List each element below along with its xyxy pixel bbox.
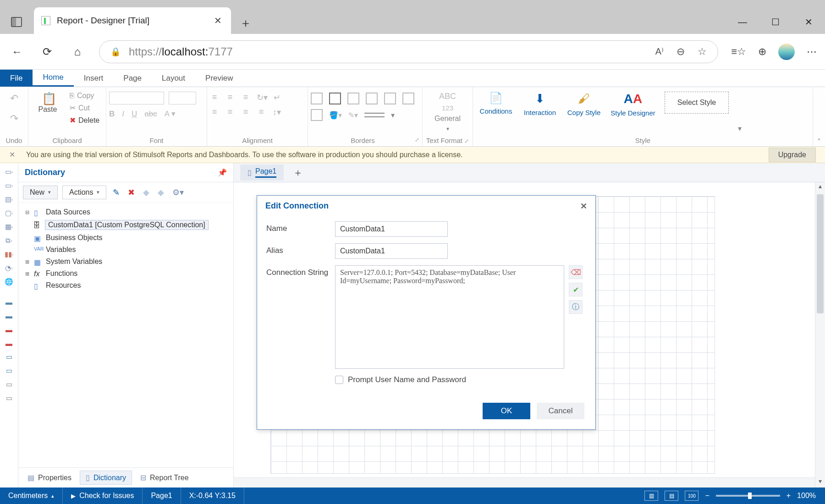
font-color-icon[interactable]: A ▾ [165,109,176,119]
address-bar[interactable]: 🔒 https://localhost:7177 A⁾ ⊖ ☆ [99,40,718,63]
tab-preview[interactable]: Preview [195,70,243,87]
style-more-icon[interactable]: ▾ [735,121,744,136]
align-bot-icon[interactable]: ≡ [241,93,250,102]
scroll-down-icon[interactable]: ▾ [815,477,825,488]
name-input[interactable] [335,221,448,237]
read-aloud-icon[interactable]: A⁾ [655,46,664,58]
border-all-icon[interactable] [311,93,323,104]
remove-icon[interactable]: ✖ [126,187,137,197]
rail-gauge-icon[interactable]: ◔› [2,262,16,274]
new-tab-button[interactable]: ＋ [235,12,257,34]
align-mid-icon[interactable]: ≡ [226,93,235,102]
horizontal-scrollbar[interactable] [234,477,815,488]
tree-customdata[interactable]: 🗄CustomData1 [Custom PostgreSQL Connecti… [23,218,229,232]
rail-band3-icon[interactable]: ▬ [2,323,16,335]
border-color-icon[interactable]: ✎▾ [348,111,358,120]
tab-insert[interactable]: Insert [74,70,114,87]
rail-chart-icon[interactable]: ▮▮› [2,248,16,260]
underline-icon[interactable]: U [132,110,137,119]
font-family-select[interactable] [109,92,164,104]
connection-string-input[interactable]: Server=127.0.0.1; Port=5432; Database=my… [335,265,564,369]
italic-icon[interactable]: I [122,110,124,119]
angle-icon[interactable]: ↻▾ [257,93,266,102]
up-icon[interactable]: ◆ [141,187,151,197]
interaction-button[interactable]: ⬇Interaction [520,89,560,116]
tab-home[interactable]: Home [33,70,73,87]
new-dropdown[interactable]: New▾ [23,186,58,199]
close-tab-icon[interactable]: ✕ [214,15,222,26]
browser-tab-active[interactable]: ▌ Report - Designer [Trial] ✕ [34,7,231,34]
scroll-up-icon[interactable]: ▴ [815,182,825,192]
tab-file[interactable]: File [0,70,33,87]
font-size-select[interactable] [169,92,196,104]
tree-sys-variables[interactable]: ⊞▦System Variables [23,256,229,268]
tree-data-sources[interactable]: ⊟▯Data Sources [23,206,229,218]
tree-business-objects[interactable]: ▣Business Objects [23,232,229,244]
alias-input[interactable] [335,243,448,259]
delete-button[interactable]: ✖Delete [67,115,102,126]
panel-tab-report-tree[interactable]: ⊟Report Tree [135,471,194,484]
view-mode1-icon[interactable]: ▥ [644,491,658,501]
line-spacing-icon[interactable]: ↕▾ [272,107,281,116]
tree-variables[interactable]: VARVariables [23,244,229,256]
add-page-button[interactable]: ＋ [288,166,308,180]
panel-tab-dictionary[interactable]: ▯Dictionary [80,471,132,485]
rail-band2-icon[interactable]: ▬ [2,310,16,322]
rail-image-icon[interactable]: ▭› [2,180,16,192]
tab-layout[interactable]: Layout [152,70,195,87]
border-none-icon[interactable] [311,109,323,121]
rail-barcode-icon[interactable]: ▤› [2,193,16,205]
copy-button[interactable]: ⎘Copy [67,91,102,101]
page-tab-1[interactable]: ▯Page1 [240,164,284,181]
scroll-thumb[interactable] [817,194,824,313]
align-left-icon[interactable]: ≡ [210,107,219,116]
border-top-icon[interactable] [366,93,378,104]
style-designer-button[interactable]: AAStyle Designer [608,89,658,117]
pin-icon[interactable]: 📌 [218,168,227,177]
align-right-icon[interactable]: ≡ [241,107,250,116]
status-page[interactable]: Page1 [143,488,181,504]
favorites-list-icon[interactable]: ≡☆ [731,46,746,58]
wrap-icon[interactable]: ↵ [272,93,281,102]
tree-resources[interactable]: ▯Resources [23,279,229,291]
border-style-icon[interactable] [364,113,385,117]
tab-page[interactable]: Page [113,70,152,87]
actions-dropdown[interactable]: Actions▾ [62,186,106,199]
rail-band4-icon[interactable]: ▬ [2,337,16,349]
window-close-icon[interactable]: ✕ [792,10,825,34]
collapse-ribbon-icon[interactable]: ˄ [813,87,825,146]
rail-band1-icon[interactable]: ▬ [2,296,16,308]
border-bottom-icon[interactable] [402,93,414,104]
settings-icon[interactable]: ⚙▾ [170,187,186,197]
copy-style-button[interactable]: 🖌Copy Style [564,89,604,116]
align-center-icon[interactable]: ≡ [226,107,235,116]
bold-icon[interactable]: B [109,110,115,119]
rail-band5-icon[interactable]: ▭ [2,351,16,363]
prompt-checkbox[interactable] [335,376,343,384]
vertical-scrollbar[interactable]: ▴ ▾ [815,182,825,488]
refresh-button[interactable]: ⟳ [38,45,56,58]
zoom-slider[interactable] [716,495,780,497]
profile-avatar[interactable] [778,44,795,60]
units-selector[interactable]: Centimeters▴ [0,488,63,504]
rail-panel-icon[interactable]: ▦› [2,221,16,233]
fill-icon[interactable]: 🪣▾ [329,111,342,120]
rail-text-icon[interactable]: ▭› [2,166,16,178]
info-connection-icon[interactable]: ⓘ [569,300,583,314]
text-format-general[interactable]: General [434,115,461,123]
rail-band7-icon[interactable]: ▭ [2,378,16,390]
more-icon[interactable]: ⋯ [807,46,817,58]
view-mode2-icon[interactable]: ▤ [665,491,678,501]
favorite-icon[interactable]: ☆ [698,46,707,58]
upgrade-button[interactable]: Upgrade [769,148,816,162]
strike-icon[interactable]: abc [144,110,157,119]
tree-functions[interactable]: ⊞fxFunctions [23,268,229,279]
home-button[interactable]: ⌂ [69,45,86,58]
paste-icon[interactable]: 📋 [42,92,54,104]
cut-button[interactable]: ✂Cut [67,103,102,113]
rail-band6-icon[interactable]: ▭ [2,365,16,377]
zoom-100-icon[interactable]: 100 [685,491,698,501]
zoom-out-icon[interactable]: ⊖ [676,46,685,58]
ok-button[interactable]: OK [483,403,530,419]
back-button[interactable]: ← [8,45,26,58]
